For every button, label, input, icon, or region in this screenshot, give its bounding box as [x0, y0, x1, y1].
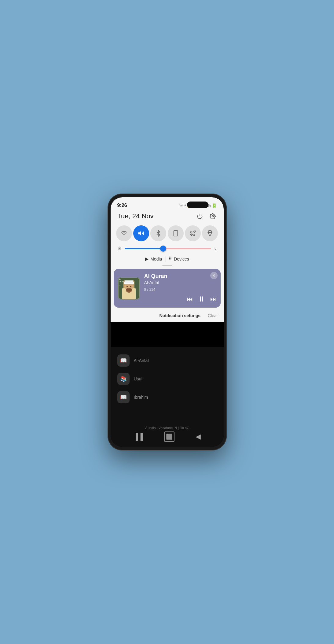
- notification-close-button[interactable]: ✕: [210, 272, 218, 279]
- notification-settings-button[interactable]: Notification settings: [159, 313, 200, 318]
- notification-panel: 9:26 Vo) R 📶 Vo) 📶 70% 🔋 Tue, 24 Nov: [111, 197, 224, 322]
- app-icon: 📖: [117, 391, 130, 403]
- carrier-info: Vi India | Vodafone IN | Jio 4G: [111, 426, 224, 430]
- media-label: Media: [150, 257, 162, 261]
- camera-cutout: [187, 202, 208, 208]
- wifi-toggle[interactable]: [116, 225, 132, 241]
- devices-label: Devices: [174, 257, 189, 261]
- brightness-expand-icon[interactable]: ∨: [214, 246, 217, 251]
- svg-point-1: [212, 216, 213, 217]
- notification-controls: ⏮ ⏸ ⏭: [144, 295, 216, 303]
- devices-button[interactable]: ⠿ Devices: [168, 256, 189, 262]
- app-icon: 📖: [117, 354, 130, 367]
- close-icon: ✕: [212, 273, 216, 278]
- notification-title: Al Quran: [144, 273, 216, 279]
- rotation-toggle[interactable]: [168, 225, 184, 241]
- carrier1-label: R: [184, 204, 186, 207]
- brightness-icon: ☀: [117, 246, 122, 251]
- power-button[interactable]: [226, 242, 227, 261]
- date-display: Tue, 24 Nov: [117, 212, 154, 220]
- media-play-icon: ▶: [145, 256, 149, 262]
- recent-apps-button[interactable]: ▐▐: [133, 433, 143, 441]
- next-button[interactable]: ⏭: [210, 296, 216, 303]
- quick-toggles: [111, 224, 224, 244]
- app-item-label: Usuf: [134, 376, 143, 381]
- album-border: [118, 277, 140, 299]
- devices-grid-icon: ⠿: [168, 256, 172, 262]
- media-devices-row: ▶ Media | ⠿ Devices: [111, 254, 224, 265]
- svg-marker-3: [138, 231, 141, 235]
- battery-icon: 🔋: [212, 203, 217, 208]
- power-icon-button[interactable]: [196, 212, 204, 220]
- bluetooth-toggle[interactable]: [150, 225, 166, 241]
- status-time: 9:26: [117, 203, 127, 208]
- drag-handle[interactable]: [162, 265, 172, 266]
- carrier1-icon: Vo): [179, 204, 184, 207]
- volume-up-button[interactable]: [108, 233, 108, 246]
- phone-frame: 📖 Al-Anfal 📚 Usuf 📖 Ibrahim 9:26 Vo) R: [108, 194, 227, 450]
- brightness-row: ☀ ∨: [111, 244, 224, 254]
- previous-button[interactable]: ⏮: [187, 296, 193, 303]
- settings-icon-button[interactable]: [208, 212, 217, 220]
- bottom-navigation: ▐▐ ⬜ ◀: [111, 431, 224, 442]
- volume-down-button[interactable]: [108, 249, 108, 265]
- app-item-label: Al-Anfal: [134, 358, 149, 363]
- home-button[interactable]: ⬜: [164, 431, 174, 442]
- notification-track-info: 8 / 114: [144, 287, 216, 292]
- notification-clear-button[interactable]: Clear: [208, 313, 218, 318]
- album-art-inner: ✦ ✦ ✦: [118, 277, 140, 299]
- notification-content: Al Quran Al-Anfal 8 / 114 ⏮ ⏸ ⏭: [140, 273, 216, 303]
- flashlight-toggle[interactable]: [202, 225, 218, 241]
- brightness-thumb[interactable]: [160, 246, 166, 252]
- app-item-label: Ibrahim: [134, 395, 148, 400]
- phone-screen: 📖 Al-Anfal 📚 Usuf 📖 Ibrahim 9:26 Vo) R: [111, 197, 224, 447]
- svg-rect-4: [174, 231, 178, 236]
- media-divider: |: [164, 256, 166, 262]
- app-icon: 📚: [117, 373, 130, 385]
- brightness-slider[interactable]: [125, 248, 211, 249]
- bixby-button[interactable]: [108, 268, 108, 285]
- back-button[interactable]: ◀: [196, 433, 201, 441]
- album-art: ✦ ✦ ✦: [118, 277, 140, 299]
- date-action-icons: [196, 212, 217, 220]
- list-item[interactable]: 📖 Ibrahim: [111, 388, 224, 406]
- sound-toggle[interactable]: [133, 225, 149, 241]
- notification-card: ✦ ✦ ✦: [114, 269, 221, 308]
- pause-button[interactable]: ⏸: [198, 295, 205, 303]
- notification-subtitle: Al-Anfal: [144, 280, 216, 285]
- stars-overlay: ✦: [119, 278, 121, 281]
- media-button[interactable]: ▶ Media: [145, 256, 162, 262]
- notification-settings-row: Notification settings Clear: [111, 311, 224, 322]
- date-row: Tue, 24 Nov: [111, 211, 224, 224]
- list-item[interactable]: 📚 Usuf: [111, 370, 224, 388]
- list-item[interactable]: 📖 Al-Anfal: [111, 351, 224, 370]
- airplane-toggle[interactable]: [185, 225, 201, 241]
